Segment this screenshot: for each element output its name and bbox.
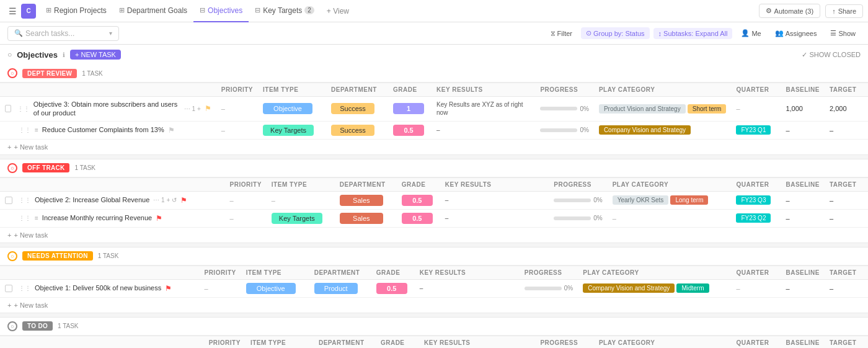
- col-header-progress: PROGRESS: [535, 336, 593, 348]
- groups-container: ○ DEPT REVIEW 1 TASK PRIORITY ITEM TYPE …: [0, 65, 868, 348]
- quarter-pill: FY23 Q3: [736, 195, 771, 205]
- task-checkbox[interactable]: [5, 105, 11, 112]
- key-results-cell: –: [432, 121, 535, 139]
- task-name-text[interactable]: Increase Monthly recurring Revenue: [42, 213, 152, 222]
- drag-handle-icon: ⋮⋮: [19, 197, 31, 203]
- item-type-pill: Key Targets: [263, 125, 314, 136]
- new-task-button[interactable]: + NEW TASK: [70, 50, 121, 60]
- show-closed-button[interactable]: ✓ SHOW CLOSED: [802, 51, 861, 59]
- flag-icon-red: ⚑: [165, 284, 172, 293]
- task-name-text[interactable]: Reduce Customer Complaints from 13%: [42, 125, 164, 134]
- page-info-icon[interactable]: ℹ: [63, 51, 65, 58]
- baseline-cell: –: [781, 191, 825, 209]
- col-header-progress: PROGRESS: [549, 177, 607, 191]
- menu-icon[interactable]: ☰: [5, 4, 20, 19]
- automate-button[interactable]: ⚙ Automate (3): [759, 4, 821, 18]
- col-header-target: TARGET: [825, 83, 868, 97]
- share-button[interactable]: ↑ Share: [825, 4, 863, 18]
- toolbar-actions: ⧖ Filter ⊙ Group by: Status ↕ Subtasks: …: [546, 27, 861, 39]
- add-task-link-dept-review[interactable]: + + New task: [7, 143, 861, 151]
- main-content: ○ Objectives ℹ + NEW TASK ✓ SHOW CLOSED …: [0, 45, 868, 348]
- page-title: Objectives: [17, 50, 58, 60]
- target-value: –: [830, 215, 833, 222]
- task-actions[interactable]: ⋯ 1 + ↺: [153, 197, 177, 203]
- task-name-text[interactable]: Objective 1: Deliver 500k of new busines…: [35, 283, 161, 292]
- me-button[interactable]: 👤 Me: [736, 27, 766, 39]
- grade-pill: 0.5: [393, 125, 424, 136]
- play-category-cell: Yearly OKR Sets Long term: [608, 191, 732, 209]
- col-header-department: DEPARTMENT: [314, 336, 376, 348]
- quarter-cell: –: [731, 279, 781, 297]
- app-logo: C: [21, 4, 36, 19]
- task-checkbox[interactable]: [5, 285, 12, 292]
- drag-handle-icon: ⋮⋮: [19, 285, 31, 292]
- group-task-count-needs-attention: 1 TASK: [98, 252, 119, 259]
- share-icon: ↑: [832, 7, 836, 15]
- group-by-button[interactable]: ⊙ Group by: Status: [581, 27, 650, 39]
- page-expand-icon[interactable]: ○: [7, 50, 12, 59]
- progress-track: [540, 128, 577, 132]
- assignees-button[interactable]: 👥 Assignees: [770, 27, 822, 39]
- nav-right: ⚙ Automate (3) ↑ Share: [759, 4, 863, 18]
- task-name-text[interactable]: Objective 2: Increase Global Revenue: [35, 195, 149, 204]
- add-task-link-off-track[interactable]: + + New task: [7, 231, 861, 239]
- add-task-row-needs-attention: + + New task: [0, 298, 868, 313]
- drag-handle-icon: ⋮⋮: [19, 215, 31, 221]
- col-header-target: TARGET: [825, 177, 868, 191]
- key-results-text: –: [445, 215, 449, 221]
- group-header-off-track: ○ OFF TRACK 1 TASK: [0, 159, 868, 177]
- task-actions[interactable]: ⋯ 1 +: [184, 105, 201, 112]
- col-header-quarter: QUARTER: [731, 265, 781, 279]
- nav-tab-key-targets[interactable]: ⊟Key Targets2: [249, 0, 321, 22]
- key-results-cell: –: [440, 209, 549, 227]
- add-task-link-needs-attention[interactable]: + + New task: [7, 301, 861, 309]
- grade-pill: 0.5: [402, 195, 433, 206]
- play-category-pill: Long term: [670, 195, 708, 205]
- group-expand-icon-needs-attention[interactable]: ○: [7, 251, 17, 261]
- col-header-priority: PRIORITY: [225, 177, 267, 191]
- subtasks-button[interactable]: ↕ Subtasks: Expand All: [653, 28, 733, 39]
- plus-icon: +: [7, 143, 11, 151]
- grade-cell: 0.5: [397, 191, 440, 209]
- progress-text: 0%: [593, 197, 602, 203]
- key-results-cell: –: [440, 191, 549, 209]
- col-header-target: TARGET: [825, 265, 868, 279]
- filter-button[interactable]: ⧖ Filter: [546, 27, 577, 39]
- task-checkbox[interactable]: [5, 197, 12, 204]
- col-header-key-results: KEY RESULTS: [432, 83, 535, 97]
- search-box[interactable]: 🔍 Search tasks... ▾: [7, 26, 119, 41]
- progress-cell: 0%: [549, 209, 607, 227]
- task-table-needs-attention: PRIORITY ITEM TYPE DEPARTMENT GRADE KEY …: [0, 265, 868, 298]
- quarter-pill: FY23 Q1: [736, 125, 771, 135]
- nav-tab-region-projects[interactable]: ⊞Region Projects: [40, 0, 113, 22]
- col-header-grade: GRADE: [388, 83, 432, 97]
- nav-tab-department-goals[interactable]: ⊞Department Goals: [113, 0, 193, 22]
- col-header-play-category: PLAY CATEGORY: [594, 83, 732, 97]
- group-expand-icon-to-do[interactable]: ○: [7, 321, 17, 331]
- play-category-pill: Midterm: [676, 283, 709, 293]
- add-view-button[interactable]: + View: [322, 7, 354, 16]
- department-cell: Product: [309, 279, 371, 297]
- search-dropdown-icon[interactable]: ▾: [109, 30, 112, 37]
- table-row: ⋮⋮ Objective 1: Deliver 500k of new busi…: [0, 279, 868, 297]
- group-status-badge-dept-review: DEPT REVIEW: [22, 69, 77, 78]
- toolbar: 🔍 Search tasks... ▾ ⧖ Filter ⊙ Group by:…: [0, 22, 868, 45]
- col-header-play-category: PLAY CATEGORY: [608, 177, 732, 191]
- progress-track: [554, 216, 591, 220]
- nav-tab-objectives[interactable]: ⊟Objectives: [193, 0, 249, 22]
- progress-text: 0%: [593, 215, 602, 221]
- col-header-play-category: PLAY CATEGORY: [578, 265, 731, 279]
- show-button[interactable]: ☰ Show: [825, 27, 861, 39]
- col-header-item-type: ITEM TYPE: [267, 177, 335, 191]
- key-results-text: –: [436, 127, 440, 133]
- group-expand-icon-off-track[interactable]: ○: [7, 163, 17, 173]
- col-header-baseline: BASELINE: [781, 83, 825, 97]
- task-name-cell: ⋮⋮ ≡ Increase Monthly recurring Revenue …: [0, 209, 225, 227]
- task-name-cell: ⋮⋮ ≡ Reduce Customer Complaints from 13%…: [0, 121, 216, 139]
- task-name-text[interactable]: Objective 3: Obtain more subscribers and…: [33, 100, 180, 118]
- priority-cell: –: [199, 279, 241, 297]
- flag-icon-red: ⚑: [156, 214, 162, 223]
- flag-icon-red: ⚑: [180, 196, 187, 205]
- group-expand-icon-dept-review[interactable]: ○: [7, 68, 17, 78]
- col-header-quarter: QUARTER: [731, 83, 781, 97]
